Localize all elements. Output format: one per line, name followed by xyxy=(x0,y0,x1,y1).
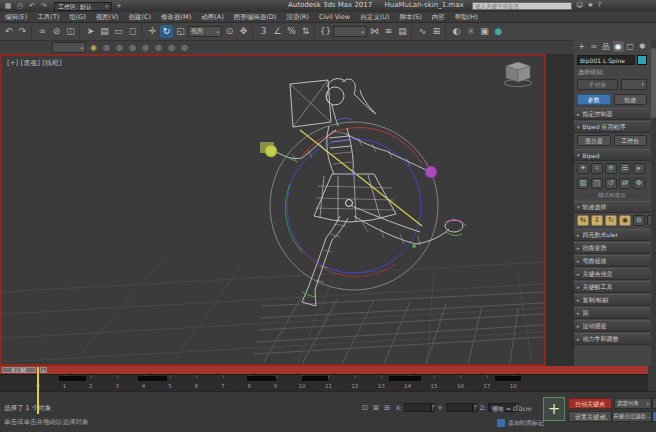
tab-hierarchy[interactable]: 品 xyxy=(600,41,611,52)
use-pivot-icon[interactable]: ⊙ xyxy=(223,25,236,38)
auto-key-button[interactable]: 自动关键点 xyxy=(568,398,612,409)
keyframe-marker[interactable] xyxy=(247,376,276,381)
undo-icon[interactable]: ↶ xyxy=(27,2,37,11)
undo-icon[interactable]: ↶ xyxy=(2,25,15,38)
rollout-collapsed-7[interactable]: ▸运动捕捉 xyxy=(574,320,650,332)
bind-spacewarp-icon[interactable]: ◫ xyxy=(64,25,77,38)
menu-item-9[interactable]: Civil View xyxy=(314,12,355,22)
sign-in-icon[interactable]: ☺ xyxy=(576,1,583,9)
panel-scrollbar[interactable] xyxy=(651,40,656,402)
time-tag-icon[interactable] xyxy=(497,419,505,427)
keyframe-marker[interactable] xyxy=(302,376,328,381)
tab-display[interactable]: ▢ xyxy=(625,41,636,52)
menu-item-2[interactable]: 组(G) xyxy=(64,12,91,22)
key-filter-dropdown[interactable]: 选定对象 ▾ xyxy=(614,398,652,409)
biped-mode-icon[interactable]: ◫ xyxy=(591,178,603,189)
menu-item-11[interactable]: 脚本(S) xyxy=(395,12,427,22)
rotate-gizmo[interactable] xyxy=(270,122,438,290)
unlink-icon[interactable]: ⊘ xyxy=(50,25,63,38)
rollout-collapsed-0[interactable]: ▸四元数/Euler xyxy=(574,229,650,241)
add-workspace-icon[interactable]: + xyxy=(114,2,124,11)
biped-mode-icon[interactable]: ↺ xyxy=(605,178,617,189)
tab-utilities[interactable]: ✱ xyxy=(637,41,648,52)
redo-icon[interactable]: ↷ xyxy=(16,25,29,38)
parameters-button[interactable]: 参数 xyxy=(577,94,611,105)
menu-item-13[interactable]: 帮助(H) xyxy=(450,12,483,22)
tool-icon[interactable]: ◎ xyxy=(153,42,164,53)
track-selection-icon[interactable]: ↻ xyxy=(605,215,617,226)
trajectories-button[interactable]: 轨迹 xyxy=(614,94,648,105)
viewport-label[interactable]: [+] [透视] [线框] xyxy=(7,58,62,68)
layer-manager-icon[interactable]: ▤ xyxy=(396,25,409,38)
sub-object-dropdown[interactable]: ▾ xyxy=(621,79,647,90)
object-name-field[interactable] xyxy=(577,55,635,65)
schematic-view-icon[interactable]: ⊞ xyxy=(430,25,443,38)
select-scale-icon[interactable]: ◱ xyxy=(174,25,187,38)
rect-region-icon[interactable]: ▭ xyxy=(112,25,125,38)
mirror-icon[interactable]: ⋈ xyxy=(368,25,381,38)
key-filters-button[interactable]: 关键点过滤器... xyxy=(612,411,652,422)
menu-item-10[interactable]: 自定义(U) xyxy=(355,12,394,22)
keyframe-marker[interactable] xyxy=(389,376,421,381)
named-sel-dropdown[interactable]: ▾ xyxy=(333,26,367,37)
tab-modify[interactable]: ≈ xyxy=(588,41,599,52)
spinner-snap-icon[interactable]: ⇅ xyxy=(299,25,312,38)
menu-item-6[interactable]: 动画(A) xyxy=(196,12,229,22)
app-logo-icon[interactable]: ▦ xyxy=(3,2,13,11)
biped-mode-icon[interactable]: ▥ xyxy=(577,178,589,189)
tool-icon[interactable]: ◎ xyxy=(114,42,125,53)
menu-item-5[interactable]: 修改器(M) xyxy=(156,12,196,22)
rollout-collapsed-8[interactable]: ▸动力学和调整 xyxy=(574,333,650,345)
biped-tool-icon[interactable]: ◉ xyxy=(88,42,99,53)
tool-icon[interactable]: ◎ xyxy=(127,42,138,53)
rollout-biped[interactable]: ▾ Biped xyxy=(574,149,650,161)
time-slider-handle[interactable]: 0 / 30 xyxy=(2,367,36,373)
curve-editor-icon[interactable]: ∿ xyxy=(416,25,429,38)
sub-object-button[interactable]: 子对象 xyxy=(577,79,618,90)
material-editor-icon[interactable]: ◐ xyxy=(450,25,463,38)
select-rotate-icon[interactable]: ↻ xyxy=(160,25,173,38)
biped-mode-icon[interactable]: ✜ xyxy=(633,178,645,189)
tool-icon[interactable]: ◎ xyxy=(179,42,190,53)
keyframe-marker[interactable] xyxy=(495,376,521,381)
percent-snap-icon[interactable]: % xyxy=(285,25,298,38)
biped-key-icon[interactable]: 人 xyxy=(601,412,608,422)
y-field[interactable] xyxy=(446,403,473,412)
keyframe-marker[interactable] xyxy=(59,376,85,381)
perspective-viewport[interactable]: [+] [透视] [线框] xyxy=(0,54,546,366)
menu-item-7[interactable]: 图形编辑器(D) xyxy=(229,12,282,22)
biped-mode-icon[interactable]: ✦ xyxy=(577,163,589,174)
tab-create[interactable]: + xyxy=(576,41,587,52)
tool-icon[interactable]: ◎ xyxy=(140,42,151,53)
menu-item-4[interactable]: 创建(C) xyxy=(123,12,156,22)
select-link-icon[interactable]: ∞ xyxy=(36,25,49,38)
x-spinner[interactable]: ▴▾ xyxy=(431,403,435,412)
snap-toggle-icon[interactable]: 3 xyxy=(257,25,270,38)
render-icon[interactable]: ● xyxy=(492,25,505,38)
angle-snap-icon[interactable]: ∠ xyxy=(271,25,284,38)
menu-item-8[interactable]: 渲染(R) xyxy=(281,12,314,22)
toolbar2-dropdown[interactable]: ▾ xyxy=(52,42,86,53)
ref-coord-dropdown[interactable]: 视图▾ xyxy=(188,26,222,37)
track-selection-extra-icon[interactable]: ⊘ xyxy=(633,215,645,226)
biped-mode-icon[interactable]: ☰ xyxy=(619,163,631,174)
selection-lock-icon[interactable]: ⊠ xyxy=(371,403,381,413)
isolate-selection-icon[interactable]: ⊡ xyxy=(360,403,370,413)
rollout-collapsed-3[interactable]: ▸关键点信息 xyxy=(574,268,650,280)
rollout-collapsed-6[interactable]: ▸层 xyxy=(574,307,650,319)
biped-mode-icon[interactable]: ▸ xyxy=(633,163,645,174)
rollout-track-selection[interactable]: ▾ 轨迹选择 xyxy=(574,201,650,213)
menu-item-1[interactable]: 工具(T) xyxy=(32,12,64,22)
rollout-collapsed-4[interactable]: ▸关键帧工具 xyxy=(574,281,650,293)
time-slider-track[interactable]: 0 / 30 ▸ xyxy=(0,366,648,374)
add-time-tag[interactable]: 添加时间标记 xyxy=(508,419,544,428)
menu-item-0[interactable]: 编辑(E) xyxy=(0,12,32,22)
align-icon[interactable]: ≡ xyxy=(382,25,395,38)
tool-icon[interactable]: ◎ xyxy=(101,42,112,53)
select-manipulate-icon[interactable]: ✥ xyxy=(237,25,250,38)
rollout-collapsed-1[interactable]: ▸扭曲姿势 xyxy=(574,242,650,254)
x-field[interactable] xyxy=(404,403,431,412)
scrollbar-thumb[interactable] xyxy=(651,48,656,118)
redo-icon[interactable]: ↷ xyxy=(39,2,49,11)
biped-mode-icon[interactable]: ⌗ xyxy=(591,163,603,174)
